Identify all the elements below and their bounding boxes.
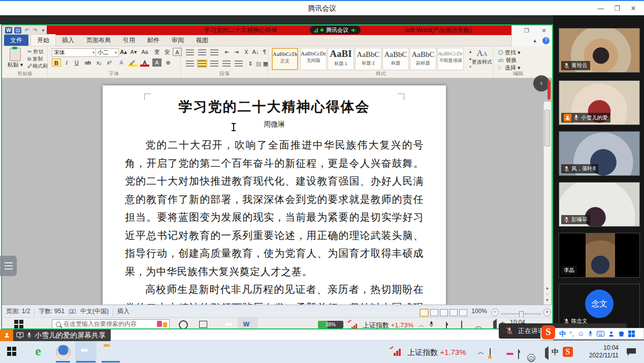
copy-button[interactable]: ⧉ 复制 (27, 55, 43, 63)
tray-cast-icon[interactable] (461, 321, 462, 329)
status-wordcount[interactable]: 字数: 951 (39, 305, 65, 317)
decrease-indent-icon[interactable]: ⇤ (222, 48, 232, 56)
tab-review[interactable]: 审阅 (166, 35, 190, 46)
replace-button[interactable]: ab 替换 (498, 56, 517, 64)
align-center-icon[interactable] (198, 60, 206, 67)
tab-view[interactable]: 视图 (190, 35, 214, 46)
battery-percent-widget[interactable]: 38% (318, 321, 343, 328)
action-center-icon[interactable] (627, 348, 636, 356)
cut-button[interactable]: ✂ 剪切 (27, 48, 43, 55)
tab-insert[interactable]: 插入 (56, 35, 80, 46)
local-tray-cast-icon[interactable] (490, 348, 491, 358)
paste-button[interactable]: 粘贴 ▾ (5, 48, 25, 69)
scroll-down-icon[interactable]: ▼ (543, 298, 551, 302)
sogou-logo-icon[interactable]: S (541, 325, 555, 339)
local-ime-indicator[interactable]: 中 (552, 348, 559, 357)
restore-icon[interactable]: ❐ (610, 4, 624, 14)
change-styles-button[interactable]: AA 更改样式 (471, 48, 493, 66)
participant-tile[interactable]: 黄玲云 (559, 28, 640, 73)
align-left-icon[interactable] (186, 60, 194, 67)
find-button[interactable]: ◎ 查找 ▾ (498, 49, 521, 56)
zoom-in-icon[interactable]: + (543, 309, 551, 316)
grow-font-icon[interactable]: A▴ (119, 48, 128, 56)
characters-icon[interactable]: 安 (163, 48, 172, 56)
document-page[interactable]: 学习党的二十大精神心得体会 周微琳 党的二十大召开，吹响了全面推进中华民族伟大复… (103, 85, 446, 305)
style-heading1[interactable]: AaBI标题 1 (328, 48, 354, 70)
tray-mic-icon[interactable] (429, 321, 434, 327)
ime-voice-icon[interactable] (588, 330, 593, 337)
highlight-color-icon[interactable]: 🖉 (128, 58, 137, 67)
meeting-status-pill[interactable]: 腾讯会议 (310, 26, 361, 34)
local-battery-icon[interactable] (518, 349, 519, 359)
ie-browser-icon[interactable]: e (31, 345, 45, 358)
tab-mailings[interactable]: 邮件 (141, 35, 166, 46)
tray-volume-icon[interactable] (491, 319, 497, 329)
sort-icon[interactable]: A↓ (251, 48, 260, 56)
style-title[interactable]: AaBbC标题 (382, 48, 409, 70)
view-draft-icon[interactable] (459, 309, 467, 316)
taskbar-search-input[interactable]: 在这里输入你要搜索的内容 (52, 319, 170, 329)
taskbar-word-active-cell[interactable] (238, 318, 258, 329)
ime-emoji-icon[interactable]: ☺ (577, 328, 584, 339)
tray-expand-icon[interactable]: ︿ (418, 321, 425, 329)
participant-tile[interactable]: 彭臻菲 (559, 182, 640, 227)
ribbon-collapse-icon[interactable]: ▴ (529, 37, 540, 44)
floating-panel-handle[interactable] (0, 256, 17, 276)
distribute-icon[interactable] (235, 60, 243, 67)
change-case-icon[interactable]: Aa (140, 48, 149, 56)
qat-dropdown-icon[interactable]: ▾ (40, 27, 47, 34)
shrink-font-icon[interactable]: A▾ (129, 48, 138, 56)
participant-tile[interactable]: 小雪儿的爱 (559, 80, 640, 125)
show-marks-icon[interactable]: ¶ (260, 48, 269, 56)
phonetic-guide-icon[interactable]: 变 (152, 48, 162, 56)
local-volume-icon[interactable] (542, 346, 549, 360)
close-icon[interactable]: ✕ (627, 4, 640, 14)
view-print-layout-icon[interactable] (420, 309, 429, 317)
meeting-active-cell[interactable] (75, 341, 96, 363)
zoom-out-icon[interactable]: − (491, 309, 499, 316)
ime-skin-icon[interactable] (618, 331, 625, 337)
start-button[interactable] (14, 320, 23, 329)
zoom-level[interactable]: 100% (471, 305, 487, 317)
task-view-icon[interactable] (199, 321, 207, 328)
style-subtle-emphasis[interactable]: AaBbCcDc不明显强调 (437, 48, 464, 70)
style-no-spacing[interactable]: AaBbCcDc无间隔 (300, 48, 327, 70)
word-app-icon[interactable]: W (5, 27, 12, 34)
status-language[interactable]: 中文(中国) (80, 305, 109, 317)
ime-account-icon[interactable] (608, 330, 615, 337)
subscript-icon[interactable]: x₂ (94, 58, 104, 67)
local-tray-expand-icon[interactable]: ︿ (477, 348, 485, 357)
tab-file[interactable]: 文件 (4, 35, 28, 46)
italic-button[interactable]: I (62, 58, 71, 67)
text-effects-icon[interactable]: A (117, 58, 126, 67)
ime-toolbox-icon[interactable] (628, 330, 635, 337)
save-icon[interactable]: ▤ (14, 27, 21, 34)
spellcheck-icon[interactable] (69, 308, 76, 315)
align-right-icon[interactable] (210, 60, 218, 67)
tab-page-layout[interactable]: 页面布局 (80, 35, 117, 46)
participant-tile[interactable]: 念文 陈念文 (559, 284, 640, 328)
asian-layout-icon[interactable]: X (242, 48, 251, 56)
local-start-button[interactable] (7, 347, 16, 356)
ime-keyboard-icon[interactable] (597, 331, 604, 337)
font-color-icon[interactable]: A (140, 58, 149, 67)
ime-mode-indicator[interactable]: 中 (559, 328, 566, 339)
scrollbar-thumb[interactable] (544, 110, 550, 146)
participant-tile[interactable]: 风，落叶8 (559, 131, 640, 176)
style-normal[interactable]: AaBbCcDc正文 (272, 48, 298, 70)
avatar-app-icon[interactable] (56, 345, 71, 359)
status-insert-mode[interactable]: 插入 (117, 305, 130, 317)
superscript-icon[interactable]: x² (105, 58, 114, 67)
word-restore-icon[interactable]: ❐ (521, 27, 532, 35)
multilevel-list-icon[interactable] (210, 49, 218, 55)
style-heading2[interactable]: AaBbC标题 2 (355, 48, 381, 70)
local-stock-ticker[interactable]: 上证指数 +1.73% (407, 348, 466, 357)
minimize-icon[interactable]: — (594, 4, 607, 14)
redo-icon[interactable]: ↷ (31, 27, 39, 34)
participant-tile[interactable]: 李晶 (559, 233, 640, 278)
numbered-list-icon[interactable] (198, 49, 206, 55)
bold-button[interactable]: B (52, 58, 61, 67)
view-outline-icon[interactable] (449, 309, 458, 316)
tab-home[interactable]: 开始 (30, 34, 56, 46)
view-web-icon[interactable] (440, 309, 448, 316)
